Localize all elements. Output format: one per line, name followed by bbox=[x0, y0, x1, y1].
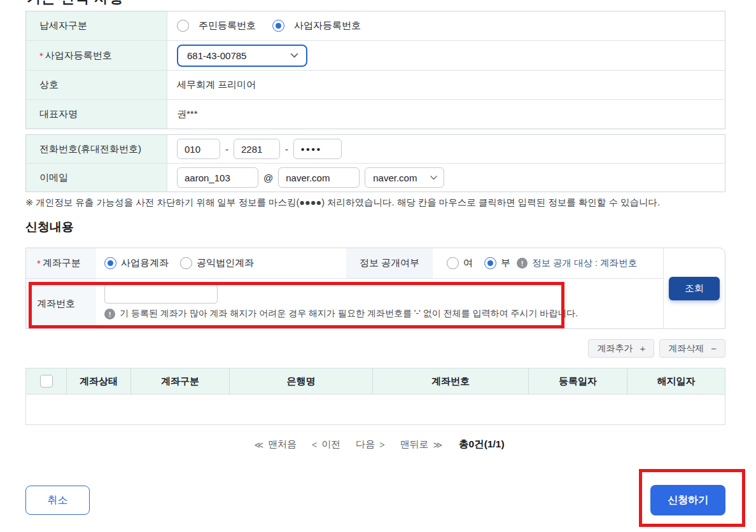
business-number-value: 681-43-00785 bbox=[187, 50, 246, 61]
ceo-name-label: 대표자명 bbox=[26, 100, 167, 129]
double-left-arrow-icon: ≪ bbox=[254, 440, 263, 450]
phone-label: 전화번호(휴대전화번호) bbox=[26, 135, 167, 163]
pagination-summary: 총0건(1/1) bbox=[459, 438, 505, 451]
column-header-register-date: 등록일자 bbox=[529, 368, 627, 394]
taxpayer-type-label: 납세자구분 bbox=[26, 11, 167, 40]
business-number-cell: 681-43-00785 bbox=[167, 41, 725, 70]
email-at-symbol: @ bbox=[263, 172, 273, 183]
info-icon: ! bbox=[517, 258, 528, 269]
required-mark: * bbox=[37, 258, 41, 269]
disclosure-target-note: 정보 공개 대상 : 계좌번호 bbox=[532, 257, 637, 269]
account-list-table: 계좌상태 계좌구분 은행명 계좌번호 등록일자 해지일자 bbox=[25, 368, 725, 425]
taxpayer-type-options: 주민등록번호 사업자등록번호 bbox=[167, 11, 725, 40]
minus-icon: − bbox=[711, 343, 717, 354]
business-number-label: * 사업자등록번호 bbox=[26, 41, 167, 70]
phone-part2-input[interactable] bbox=[234, 139, 280, 159]
business-number-select[interactable]: 681-43-00785 bbox=[177, 45, 307, 67]
plus-icon: + bbox=[640, 343, 645, 354]
phone-dash: - bbox=[225, 144, 228, 155]
chevron-down-icon bbox=[430, 176, 437, 180]
column-header-account-number: 계좌번호 bbox=[373, 368, 529, 394]
select-all-cell bbox=[26, 368, 67, 394]
account-type-options: 사업용계좌 공익법인계좌 bbox=[96, 248, 346, 278]
radio-disclosure-yes-label[interactable]: 여 bbox=[463, 257, 473, 269]
pagination-first[interactable]: ≪ 맨처음 bbox=[254, 438, 297, 451]
email-cell: @ naver.com bbox=[167, 164, 725, 192]
search-cell: 조회 bbox=[663, 248, 725, 328]
account-type-row: * 계좌구분 사업용계좌 공익법인계좌 정보 공개여부 여 부 ! 정보 공개 … bbox=[26, 248, 663, 279]
table-row: 납세자구분 주민등록번호 사업자등록번호 bbox=[26, 11, 725, 41]
pagination-prev[interactable]: < 이전 bbox=[312, 438, 340, 451]
pagination-last[interactable]: 맨뒤로 ≫ bbox=[400, 438, 442, 451]
radio-public-corp-account-label[interactable]: 공익법인계좌 bbox=[197, 257, 254, 269]
pagination-next[interactable]: 다음 > bbox=[356, 438, 384, 451]
table-row: * 사업자등록번호 681-43-00785 bbox=[26, 41, 725, 71]
email-label: 이메일 bbox=[26, 164, 167, 192]
account-number-note: ! 기 등록된 계좌가 많아 계좌 해지가 어려운 경우 해지가 필요한 계좌번… bbox=[104, 308, 657, 319]
application-section-title: 신청내용 bbox=[25, 219, 74, 235]
company-name-label: 상호 bbox=[26, 71, 167, 99]
add-account-button[interactable]: 계좌추가 + bbox=[588, 339, 654, 358]
required-mark: * bbox=[39, 50, 43, 61]
account-actions: 계좌추가 + 계좌삭제 − bbox=[588, 339, 725, 358]
email-id-input[interactable] bbox=[177, 167, 258, 188]
delete-account-button[interactable]: 계좌삭제 − bbox=[659, 339, 725, 358]
phone-cell: - - bbox=[167, 135, 725, 163]
pagination: ≪ 맨처음 < 이전 다음 > 맨뒤로 ≫ 총0건(1/1) bbox=[25, 438, 725, 451]
radio-business-number[interactable] bbox=[272, 20, 284, 32]
column-header-close-date: 해지일자 bbox=[627, 368, 725, 394]
radio-public-corp-account[interactable] bbox=[180, 257, 192, 269]
table-row: 대표자명 권*** bbox=[26, 100, 725, 129]
account-number-label: 계좌번호 bbox=[26, 279, 96, 328]
radio-disclosure-yes[interactable] bbox=[447, 257, 459, 269]
column-header-account-type: 계좌구분 bbox=[131, 368, 230, 394]
basic-info-table: 납세자구분 주민등록번호 사업자등록번호 * 사업자등록번호 681-43-00… bbox=[25, 11, 725, 129]
page-title-clipped: 기본 인적 사항 bbox=[27, 0, 123, 8]
radio-business-account-label[interactable]: 사업용계좌 bbox=[121, 257, 169, 269]
radio-disclosure-no[interactable] bbox=[484, 257, 496, 269]
radio-disclosure-no-label[interactable]: 부 bbox=[501, 257, 510, 269]
email-domain-input[interactable] bbox=[278, 167, 360, 188]
account-list-empty-row bbox=[26, 395, 725, 424]
contact-table: 전화번호(휴대전화번호) - - 이메일 @ naver.com bbox=[25, 134, 725, 192]
masking-note: ※ 개인정보 유출 가능성을 사전 차단하기 위해 일부 정보를 마스킹(●●●… bbox=[25, 197, 660, 209]
email-domain-select-value: naver.com bbox=[373, 172, 417, 183]
column-header-bank-name: 은행명 bbox=[230, 368, 373, 394]
phone-part1-input[interactable] bbox=[177, 139, 220, 159]
company-name-value: 세무회계 프리미어 bbox=[167, 71, 725, 99]
cancel-button[interactable]: 취소 bbox=[25, 486, 90, 515]
info-icon: ! bbox=[104, 309, 115, 319]
radio-resident-number-label[interactable]: 주민등록번호 bbox=[199, 20, 256, 32]
ceo-name-value: 권*** bbox=[167, 100, 725, 129]
table-row: 상호 세무회계 프리미어 bbox=[26, 71, 725, 100]
search-button[interactable]: 조회 bbox=[669, 277, 720, 300]
submit-button[interactable]: 신청하기 bbox=[650, 485, 725, 515]
account-number-cell: ! 기 등록된 계좌가 많아 계좌 해지가 어려운 경우 해지가 필요한 계좌번… bbox=[96, 279, 663, 328]
table-row: 전화번호(휴대전화번호) - - bbox=[26, 135, 725, 164]
phone-part3-masked-input[interactable] bbox=[293, 139, 342, 159]
email-domain-select[interactable]: naver.com bbox=[365, 167, 444, 188]
table-row: 이메일 @ naver.com bbox=[26, 164, 725, 192]
account-list-header: 계좌상태 계좌구분 은행명 계좌번호 등록일자 해지일자 bbox=[26, 368, 725, 395]
disclosure-label: 정보 공개여부 bbox=[346, 248, 433, 278]
radio-business-number-label[interactable]: 사업자등록번호 bbox=[294, 20, 361, 32]
select-all-checkbox[interactable] bbox=[40, 375, 53, 388]
account-type-label: * 계좌구분 bbox=[26, 248, 96, 278]
chevron-down-icon bbox=[290, 53, 298, 58]
double-right-arrow-icon: ≫ bbox=[433, 440, 442, 450]
account-number-input[interactable] bbox=[104, 284, 218, 304]
radio-business-account[interactable] bbox=[104, 257, 116, 269]
application-table: * 계좌구분 사업용계좌 공익법인계좌 정보 공개여부 여 부 ! 정보 공개 … bbox=[25, 248, 725, 329]
column-header-account-status: 계좌상태 bbox=[67, 368, 131, 394]
left-arrow-icon: < bbox=[312, 440, 317, 450]
disclosure-options: 여 부 ! 정보 공개 대상 : 계좌번호 bbox=[433, 248, 663, 278]
right-arrow-icon: > bbox=[379, 440, 384, 450]
radio-resident-number[interactable] bbox=[177, 20, 189, 32]
account-number-row: 계좌번호 ! 기 등록된 계좌가 많아 계좌 해지가 어려운 경우 해지가 필요… bbox=[26, 279, 663, 328]
phone-dash: - bbox=[285, 144, 288, 155]
